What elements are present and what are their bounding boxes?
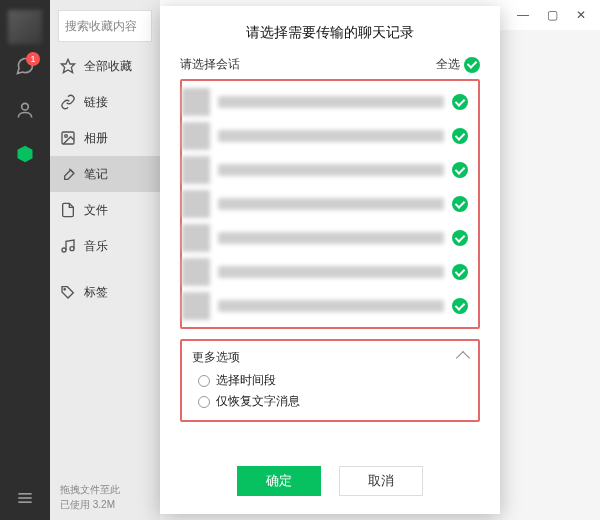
sidebar-label: 音乐 [84,238,108,255]
chat-badge: 1 [26,52,40,66]
search-input[interactable]: 搜索收藏内容 [58,10,152,42]
nav-menu[interactable] [0,476,50,520]
nav-chat[interactable]: 1 [0,44,50,88]
nav-contacts[interactable] [0,88,50,132]
option-label: 仅恢复文字消息 [216,393,300,410]
radio-icon [198,375,210,387]
ok-button[interactable]: 确定 [237,466,321,496]
close-button[interactable]: ✕ [576,8,586,22]
cancel-button[interactable]: 取消 [339,466,423,496]
conversation-row[interactable] [182,289,472,323]
avatar [182,88,210,116]
more-options-label: 更多选项 [192,349,240,366]
svg-point-6 [65,135,68,138]
conversation-name [218,266,444,278]
music-icon [60,238,76,254]
note-icon [60,166,76,182]
check-icon[interactable] [452,128,468,144]
more-options-toggle[interactable]: 更多选项 [192,349,468,366]
conversation-name [218,198,444,210]
sidebar-label: 链接 [84,94,108,111]
conversation-list-highlight [180,79,480,329]
tag-icon [60,284,76,300]
conversation-name [218,96,444,108]
more-options-highlight: 更多选项 选择时间段 仅恢复文字消息 [180,339,480,422]
menu-icon [15,488,35,508]
conversation-row[interactable] [182,119,472,153]
avatar [182,122,210,150]
check-icon[interactable] [452,196,468,212]
sidebar-item-file[interactable]: 文件 [50,192,160,228]
conversation-row[interactable] [182,85,472,119]
left-nav: 1 [0,0,50,520]
sidebar-label: 全部收藏 [84,58,132,75]
svg-point-0 [22,103,29,110]
sidebar-item-album[interactable]: 相册 [50,120,160,156]
conversation-name [218,300,444,312]
file-icon [60,202,76,218]
select-session-label: 请选择会话 [180,56,240,73]
avatar [182,156,210,184]
svg-marker-4 [61,59,74,72]
svg-point-8 [70,247,74,251]
check-icon[interactable] [452,94,468,110]
check-icon[interactable] [452,230,468,246]
maximize-button[interactable]: ▢ [547,8,558,22]
option-label: 选择时间段 [216,372,276,389]
sidebar-label: 相册 [84,130,108,147]
conversation-row[interactable] [182,255,472,289]
svg-point-9 [64,289,65,290]
photo-icon [60,130,76,146]
sidebar-item-note[interactable]: 笔记 [50,156,160,192]
sidebar-item-music[interactable]: 音乐 [50,228,160,264]
star-icon [60,58,76,74]
sidebar-label: 文件 [84,202,108,219]
cube-icon [15,144,35,164]
conversation-row[interactable] [182,153,472,187]
sidebar-footer: 拖拽文件至此 已使用 3.2M [50,474,160,520]
footer-hint: 拖拽文件至此 [60,482,150,497]
conversation-name [218,232,444,244]
conversation-row[interactable] [182,187,472,221]
conversation-name [218,130,444,142]
avatar [182,224,210,252]
check-icon[interactable] [452,264,468,280]
select-all-label: 全选 [436,56,460,73]
sidebar-item-all[interactable]: 全部收藏 [50,48,160,84]
select-all-button[interactable]: 全选 [436,56,480,73]
option-time-range[interactable]: 选择时间段 [198,372,468,389]
dialog-title: 请选择需要传输的聊天记录 [160,6,500,56]
sidebar-label: 标签 [84,284,108,301]
sidebar-item-tag[interactable]: 标签 [50,274,160,310]
avatar[interactable] [8,10,42,44]
avatar [182,258,210,286]
sidebar-item-link[interactable]: 链接 [50,84,160,120]
svg-point-7 [62,248,66,252]
radio-icon [198,396,210,408]
chevron-up-icon [456,350,470,364]
check-icon[interactable] [452,162,468,178]
avatar [182,190,210,218]
link-icon [60,94,76,110]
footer-usage: 已使用 3.2M [60,497,150,512]
check-icon[interactable] [452,298,468,314]
option-text-only[interactable]: 仅恢复文字消息 [198,393,468,410]
check-icon [464,57,480,73]
conversation-name [218,164,444,176]
sidebar: 搜索收藏内容 全部收藏 链接 相册 笔记 文件 音乐 标签 拖拽文件至此 已使用… [50,0,160,520]
contacts-icon [15,100,35,120]
transfer-dialog: 请选择需要传输的聊天记录 请选择会话 全选 更多选项 选择时间段 仅恢复文字消息… [160,6,500,514]
nav-favorites[interactable] [0,132,50,176]
avatar [182,292,210,320]
conversation-row[interactable] [182,221,472,255]
minimize-button[interactable]: — [517,8,529,22]
sidebar-label: 笔记 [84,166,108,183]
